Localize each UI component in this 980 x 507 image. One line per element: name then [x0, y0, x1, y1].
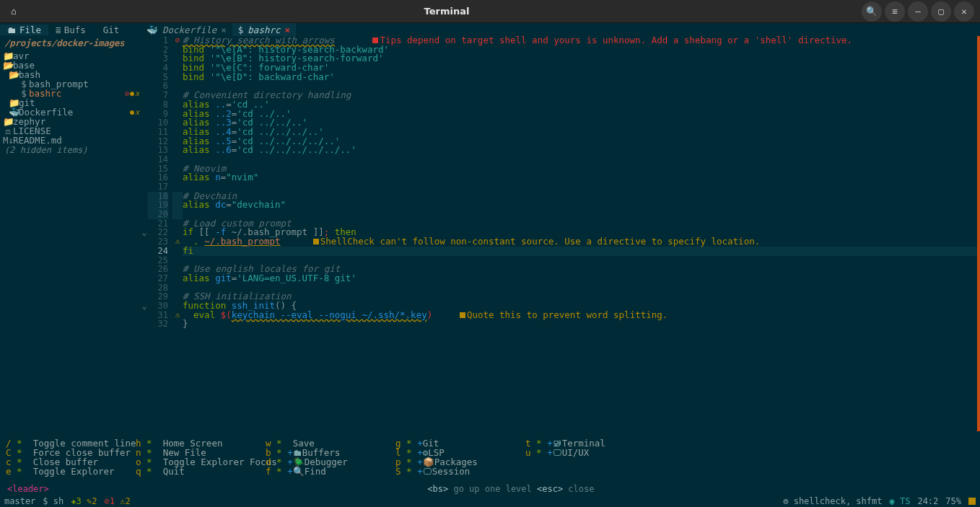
whichkey-hint: <bs> go up one level <esc> close [427, 484, 594, 494]
window-title: Terminal [32, 6, 862, 17]
scroll-percent: 75% [945, 496, 961, 506]
code-surface[interactable]: ⌄⌄ 1234567891011121314151617181920212223… [141, 36, 980, 435]
lsp-status: ⚙ shellcheck, shfmt [783, 496, 882, 506]
hidden-items-label: (2 hidden items) [0, 145, 141, 155]
sidebar-tab-file[interactable]: 🖿File [0, 25, 48, 35]
treesitter-status: ◉ TS [890, 496, 911, 506]
diagnostics: ⊘1 ⚠2 [104, 496, 130, 506]
sidebar-tab-git-label: Git [103, 25, 120, 35]
whichkey-leader: <leader> [7, 484, 49, 494]
cursor-position: 24:2 [917, 496, 938, 506]
sidebar-tab-git[interactable]: Git [93, 25, 127, 35]
sidebar-tab-bufs[interactable]: ≣Bufs [48, 25, 93, 35]
buffers-icon: ≣ [56, 25, 61, 35]
search-button[interactable]: 🔍 [862, 1, 882, 22]
window-titlebar: ⌂ Terminal 🔍 ≡ – ▢ ✕ [0, 0, 980, 23]
sidebar-tab-file-label: File [19, 25, 41, 35]
file-tree[interactable]: 📁avr📂base📂bash$bash_prompt$bashrc⊘●x📁git… [0, 50, 141, 145]
editor-tab[interactable]: $bashrc× [232, 23, 296, 36]
sign-column: ⊘⚠⚠ [172, 36, 183, 435]
code-lines[interactable]: # History search with arrows Tips depend… [183, 36, 980, 435]
maximize-button[interactable]: ▢ [931, 1, 951, 22]
whichkey-item[interactable]: S * +🖵Session [395, 467, 525, 476]
statusline: master $ sh ✚3 ✎2 ⊘1 ⚠2 ⚙ shellcheck, sh… [0, 495, 980, 507]
line-numbers: 1234567891011121314151617181920212223242… [148, 36, 172, 435]
whichkey-item[interactable]: q * Quit [136, 467, 266, 476]
git-diff: ✚3 ✎2 [71, 496, 97, 506]
close-button[interactable]: ✕ [954, 1, 974, 22]
app-menu-icon[interactable]: ⌂ [6, 4, 22, 19]
filetype: $ sh [43, 496, 64, 506]
whichkey-item[interactable]: e * Toggle Explorer [6, 467, 136, 476]
whichkey-item[interactable]: u * +🖵UI/UX [525, 448, 655, 457]
scroll-indicator-icon [968, 498, 976, 505]
editor-area: 🐳Dockerfile×$bashrc× ⌄⌄ 1234567891011121… [141, 23, 980, 435]
editor-tab[interactable]: 🐳Dockerfile× [141, 23, 232, 36]
tree-item[interactable]: M↓README.md [0, 136, 141, 145]
scrollbar[interactable] [977, 36, 980, 431]
file-explorer: 🖿File ≣Bufs Git /projects/docker-images … [0, 23, 141, 435]
whichkey-panel: / * Toggle comment lineC * Force close b… [0, 435, 980, 495]
folder-icon: 🖿 [7, 25, 17, 35]
menu-button[interactable]: ≡ [885, 1, 905, 22]
editor-tabs: 🐳Dockerfile×$bashrc× [141, 23, 980, 36]
whichkey-item[interactable]: f * +🔍Find [266, 467, 395, 476]
sidebar-tab-bufs-label: Bufs [64, 25, 86, 35]
minimize-button[interactable]: – [908, 1, 928, 22]
explorer-path: /projects/docker-images [0, 36, 141, 50]
git-branch: master [4, 496, 35, 506]
